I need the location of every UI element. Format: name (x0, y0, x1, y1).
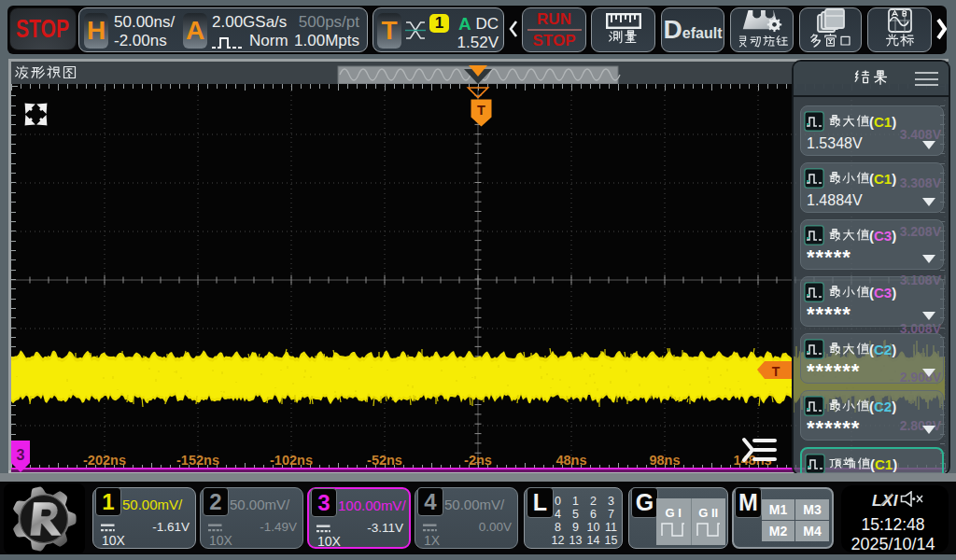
svg-text:3: 3 (17, 447, 25, 463)
svg-text:48ns: 48ns (555, 453, 586, 468)
svg-text:-52ns: -52ns (367, 453, 402, 468)
svg-text:-202ns: -202ns (83, 453, 126, 468)
svg-text:98ns: 98ns (649, 453, 680, 468)
svg-text:-152ns: -152ns (176, 453, 219, 468)
svg-text:T: T (772, 364, 780, 379)
svg-text:T: T (477, 103, 485, 118)
svg-text:-2ns: -2ns (464, 453, 492, 468)
svg-text:-102ns: -102ns (270, 453, 313, 468)
